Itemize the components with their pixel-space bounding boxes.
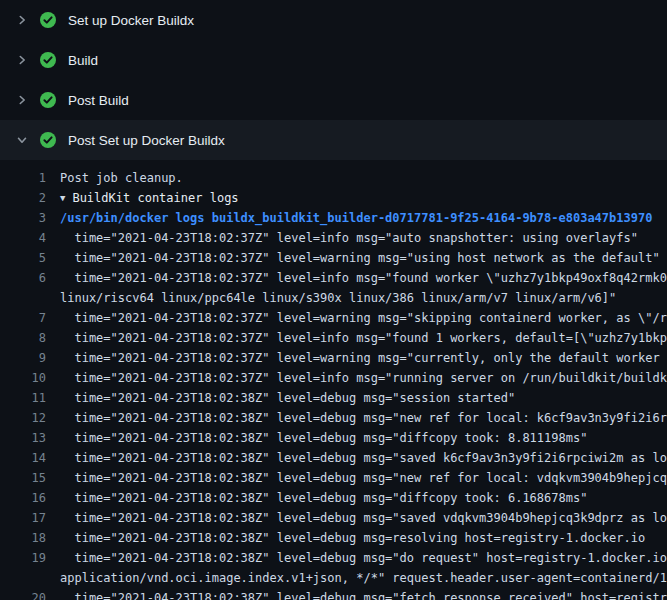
group-collapse-icon[interactable]: ▼ [60,193,65,203]
line-number[interactable]: 10 [0,368,46,388]
log-line-continuation: application/vnd.oci.image.index.v1+json,… [0,568,667,588]
line-number[interactable]: 17 [0,508,46,528]
line-number[interactable]: 6 [0,268,46,288]
line-number[interactable]: 20 [0,588,46,600]
line-number[interactable]: 8 [0,328,46,348]
log-area: 1Post job cleanup.2▼BuildKit container l… [0,160,667,600]
success-check-icon [40,52,56,68]
log-line-5: 5 time="2021-04-23T18:02:37Z" level=warn… [0,248,667,268]
line-number[interactable]: 2 [0,188,46,208]
group-title-text: ▼BuildKit container logs [46,188,239,208]
log-text: time="2021-04-23T18:02:38Z" level=debug … [46,588,667,600]
log-text: time="2021-04-23T18:02:38Z" level=debug … [46,428,587,448]
line-number[interactable]: 18 [0,528,46,548]
log-line-17: 17 time="2021-04-23T18:02:38Z" level=deb… [0,508,667,528]
line-number [0,288,46,308]
log-text: application/vnd.oci.image.index.v1+json,… [46,568,667,588]
line-number[interactable]: 11 [0,388,46,408]
log-text: time="2021-04-23T18:02:37Z" level=warnin… [46,348,667,368]
log-line-15: 15 time="2021-04-23T18:02:38Z" level=deb… [0,468,667,488]
step-label: Set up Docker Buildx [68,13,194,28]
log-text: time="2021-04-23T18:02:37Z" level=info m… [46,228,638,248]
step-header-post-set-up-docker-buildx[interactable]: Post Set up Docker Buildx [0,120,667,160]
log-text: time="2021-04-23T18:02:38Z" level=debug … [46,548,667,568]
chevron-right-icon[interactable] [16,54,28,66]
line-number[interactable]: 4 [0,228,46,248]
log-line-4: 4 time="2021-04-23T18:02:37Z" level=info… [0,228,667,248]
chevron-down-icon[interactable] [16,134,28,146]
log-line-19: 19 time="2021-04-23T18:02:38Z" level=deb… [0,548,667,568]
success-check-icon [40,12,56,28]
log-text: time="2021-04-23T18:02:38Z" level=debug … [46,448,667,468]
actions-log-viewer: Set up Docker BuildxBuildPost BuildPost … [0,0,667,600]
line-number [0,568,46,588]
log-line-10: 10 time="2021-04-23T18:02:37Z" level=inf… [0,368,667,388]
log-line-13: 13 time="2021-04-23T18:02:38Z" level=deb… [0,428,667,448]
log-text: time="2021-04-23T18:02:38Z" level=debug … [46,388,515,408]
steps-list: Set up Docker BuildxBuildPost BuildPost … [0,0,667,160]
success-check-icon [40,132,56,148]
log-line-16: 16 time="2021-04-23T18:02:38Z" level=deb… [0,488,667,508]
line-number[interactable]: 1 [0,168,46,188]
log-line-20: 20 time="2021-04-23T18:02:38Z" level=deb… [0,588,667,600]
step-label: Build [68,53,98,68]
log-text: time="2021-04-23T18:02:38Z" level=debug … [46,508,667,528]
log-text: linux/riscv64 linux/ppc64le linux/s390x … [46,288,616,308]
step-label: Post Build [68,93,129,108]
log-line-14: 14 time="2021-04-23T18:02:38Z" level=deb… [0,448,667,468]
line-number[interactable]: 9 [0,348,46,368]
log-text: Post job cleanup. [46,168,183,188]
line-number[interactable]: 5 [0,248,46,268]
success-check-icon [40,92,56,108]
step-header-build[interactable]: Build [0,40,667,80]
line-number[interactable]: 19 [0,548,46,568]
log-line-7: 7 time="2021-04-23T18:02:37Z" level=warn… [0,308,667,328]
log-text: time="2021-04-23T18:02:37Z" level=warnin… [46,248,660,268]
log-line-1: 1Post job cleanup. [0,168,667,188]
log-text: time="2021-04-23T18:02:38Z" level=debug … [46,528,645,548]
log-line-12: 12 time="2021-04-23T18:02:38Z" level=deb… [0,408,667,428]
log-text: time="2021-04-23T18:02:37Z" level=info m… [46,368,667,388]
log-line-8: 8 time="2021-04-23T18:02:37Z" level=info… [0,328,667,348]
log-line-9: 9 time="2021-04-23T18:02:37Z" level=warn… [0,348,667,368]
line-number[interactable]: 3 [0,208,46,228]
step-header-set-up-docker-buildx[interactable]: Set up Docker Buildx [0,0,667,40]
step-header-post-build[interactable]: Post Build [0,80,667,120]
log-line-18: 18 time="2021-04-23T18:02:38Z" level=deb… [0,528,667,548]
log-text: time="2021-04-23T18:02:37Z" level=info m… [46,268,667,288]
log-text: time="2021-04-23T18:02:37Z" level=info m… [46,328,667,348]
line-number[interactable]: 7 [0,308,46,328]
log-text: time="2021-04-23T18:02:38Z" level=debug … [46,488,587,508]
log-line-2: 2▼BuildKit container logs [0,188,667,208]
line-number[interactable]: 14 [0,448,46,468]
line-number[interactable]: 13 [0,428,46,448]
log-text: time="2021-04-23T18:02:37Z" level=warnin… [46,308,667,328]
log-text: time="2021-04-23T18:02:38Z" level=debug … [46,408,667,428]
log-line-3: 3/usr/bin/docker logs buildx_buildkit_bu… [0,208,667,228]
log-line-11: 11 time="2021-04-23T18:02:38Z" level=deb… [0,388,667,408]
line-number[interactable]: 15 [0,468,46,488]
chevron-right-icon[interactable] [16,94,28,106]
step-label: Post Set up Docker Buildx [68,133,225,148]
chevron-right-icon[interactable] [16,14,28,26]
command-text: /usr/bin/docker logs buildx_buildkit_bui… [46,208,652,228]
log-line-continuation: linux/riscv64 linux/ppc64le linux/s390x … [0,288,667,308]
line-number[interactable]: 12 [0,408,46,428]
line-number[interactable]: 16 [0,488,46,508]
log-line-6: 6 time="2021-04-23T18:02:37Z" level=info… [0,268,667,288]
log-text: time="2021-04-23T18:02:38Z" level=debug … [46,468,667,488]
